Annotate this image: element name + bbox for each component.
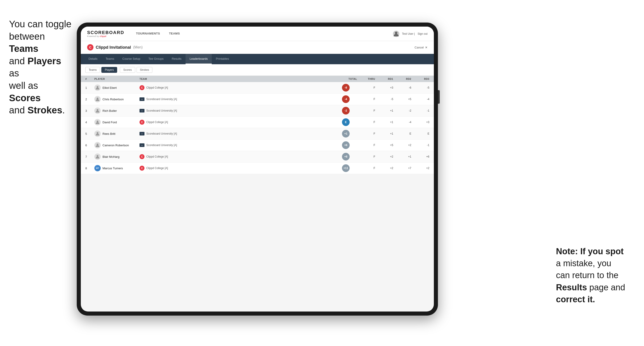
rd1-3: +1 bbox=[375, 109, 393, 112]
table-row: 4 David Ford C Clippd College [A] bbox=[81, 117, 434, 128]
note-line4b: page and bbox=[587, 283, 625, 292]
thru-7: F bbox=[357, 155, 375, 158]
total-5: +1 bbox=[334, 130, 357, 138]
tab-details[interactable]: Details bbox=[84, 54, 102, 64]
player-1: Elliot Ebert bbox=[94, 85, 140, 91]
toggle-strokes[interactable]: Strokes bbox=[136, 67, 152, 73]
tournament-header: C Clippd Invitational (Men) Cancel ✕ bbox=[81, 41, 434, 54]
avatar-7 bbox=[94, 154, 101, 160]
team-logo-2: ▪ bbox=[140, 97, 144, 101]
rd3-8: +2 bbox=[411, 167, 429, 170]
col-player: PLAYER bbox=[94, 78, 140, 80]
svg-point-4 bbox=[96, 109, 98, 111]
table-row: 3 Rich Butler ▪ Scoreboard University [A… bbox=[81, 105, 434, 117]
tab-teams[interactable]: Teams bbox=[102, 54, 118, 64]
note-line2: a mistake, you bbox=[556, 259, 611, 268]
score-badge-4: E bbox=[342, 118, 350, 126]
rd1-6: +5 bbox=[375, 144, 393, 147]
tournament-name: Clippd Invitational bbox=[96, 45, 131, 50]
rd2-5: E bbox=[393, 132, 411, 135]
rd1-2: -5 bbox=[375, 98, 393, 101]
rd3-4: +3 bbox=[411, 121, 429, 124]
score-badge-5: +1 bbox=[342, 130, 350, 138]
svg-point-2 bbox=[96, 86, 98, 88]
nav-tab-teams[interactable]: TEAMS bbox=[164, 27, 184, 41]
tab-course-setup[interactable]: Course Setup bbox=[118, 54, 144, 64]
tab-leaderboards[interactable]: Leaderboards bbox=[186, 54, 212, 64]
scores-label: Scores bbox=[9, 93, 41, 103]
leaderboard-table: # PLAYER TEAM TOTAL THRU RD1 RD2 RD3 1 E… bbox=[81, 76, 434, 174]
strokes-label: Strokes bbox=[28, 105, 62, 115]
rd1-8: +2 bbox=[375, 167, 393, 170]
toggle-teams[interactable]: Teams bbox=[85, 67, 100, 73]
thru-4: F bbox=[357, 121, 375, 124]
avatar-6 bbox=[94, 142, 101, 148]
avatar-4 bbox=[94, 119, 101, 125]
player-6: Cameron Robertson bbox=[94, 142, 140, 148]
team-2: ▪ Scoreboard University [A] bbox=[140, 97, 334, 101]
thru-5: F bbox=[357, 132, 375, 135]
user-name: Test User | bbox=[402, 32, 415, 35]
tab-tee-groups[interactable]: Tee Groups bbox=[144, 54, 168, 64]
team-4: C Clippd College [A] bbox=[140, 120, 334, 125]
tournament-title: C Clippd Invitational (Men) bbox=[87, 44, 143, 50]
team-logo-1: C bbox=[140, 85, 144, 90]
col-thru: THRU bbox=[357, 78, 375, 80]
col-rd1: RD1 bbox=[375, 78, 393, 80]
note-line3: can return to the bbox=[556, 271, 618, 280]
svg-point-3 bbox=[96, 98, 98, 99]
toggle-scores[interactable]: Scores bbox=[120, 67, 135, 73]
svg-point-7 bbox=[96, 144, 98, 145]
team-3: ▪ Scoreboard University [A] bbox=[140, 109, 334, 113]
section-tabs: Details Teams Course Setup Tee Groups Re… bbox=[81, 54, 434, 64]
left-annotation: You can toggle between Teams and Players… bbox=[9, 18, 72, 117]
table-row: 6 Cameron Robertson ▪ Scoreboard Univers… bbox=[81, 140, 434, 151]
logo-sub-text: Powered by clippd bbox=[87, 35, 124, 37]
nav-tab-tournaments[interactable]: TOURNAMENTS bbox=[131, 27, 164, 41]
team-1: C Clippd College [A] bbox=[140, 85, 334, 90]
svg-point-1 bbox=[395, 31, 397, 34]
rank-2: 2 bbox=[85, 98, 94, 101]
cancel-button[interactable]: Cancel ✕ bbox=[415, 46, 428, 49]
player-3: Rich Butler bbox=[94, 108, 140, 114]
tournament-logo: C bbox=[87, 44, 94, 50]
player-2: Chris Robertson bbox=[94, 96, 140, 102]
team-logo-6: ▪ bbox=[140, 143, 144, 147]
team-logo-3: ▪ bbox=[140, 109, 144, 113]
rd1-1: +3 bbox=[375, 86, 393, 89]
user-avatar bbox=[393, 31, 399, 37]
avatar-2 bbox=[94, 96, 101, 102]
team-logo-5: ▪ bbox=[140, 132, 144, 136]
tab-results[interactable]: Results bbox=[168, 54, 186, 64]
tablet-screen: SCOREBOARD Powered by clippd TOURNAMENTS… bbox=[81, 27, 434, 312]
team-8: C Clippd College [A] bbox=[140, 166, 334, 171]
thru-2: F bbox=[357, 98, 375, 101]
total-1: -8 bbox=[334, 84, 357, 92]
cancel-label: Cancel bbox=[415, 46, 424, 49]
total-3: -2 bbox=[334, 107, 357, 115]
avatar-1 bbox=[94, 85, 101, 91]
table-row: 5 Rees Britt ▪ Scoreboard University [A] bbox=[81, 128, 434, 140]
sign-out-link[interactable]: Sign out bbox=[418, 32, 428, 35]
toggle-players[interactable]: Players bbox=[101, 67, 117, 73]
rd3-3: -1 bbox=[411, 109, 429, 112]
tablet-frame: SCOREBOARD Powered by clippd TOURNAMENTS… bbox=[77, 22, 438, 316]
scoreboard-logo: SCOREBOARD Powered by clippd bbox=[87, 30, 124, 37]
tournament-gender: (Men) bbox=[133, 45, 143, 49]
col-rd2: RD2 bbox=[393, 78, 411, 80]
tab-printables[interactable]: Printables bbox=[212, 54, 233, 64]
rd3-5: E bbox=[411, 132, 429, 135]
team-6: ▪ Scoreboard University [A] bbox=[140, 143, 334, 147]
avatar-8: MT bbox=[94, 165, 101, 171]
table-row: 7 Blair McHarg C Clippd College [A] bbox=[81, 151, 434, 163]
score-badge-8: +11 bbox=[342, 164, 350, 172]
score-badge-2: -4 bbox=[342, 95, 350, 103]
thru-8: F bbox=[357, 167, 375, 170]
close-icon: ✕ bbox=[425, 46, 428, 49]
tablet-side-button bbox=[438, 90, 440, 104]
score-badge-1: -8 bbox=[342, 84, 350, 92]
app-header: SCOREBOARD Powered by clippd TOURNAMENTS… bbox=[81, 27, 434, 41]
score-badge-3: -2 bbox=[342, 107, 350, 115]
annotation-line1: You can toggle bbox=[9, 19, 71, 29]
avatar-5 bbox=[94, 131, 101, 137]
